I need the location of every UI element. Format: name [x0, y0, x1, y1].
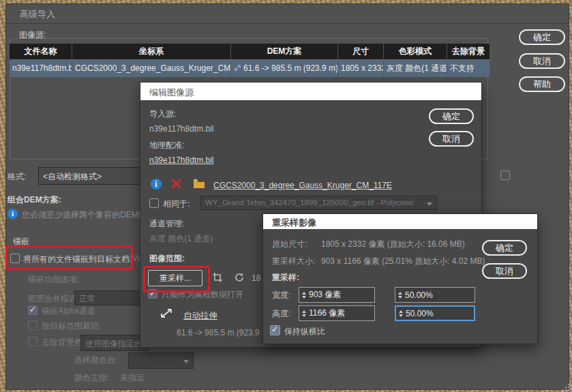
spinner-arrows-icon[interactable]	[299, 310, 309, 317]
edit-ok-button[interactable]: 确定	[429, 108, 474, 124]
resample-dialog-title: 重采样影像	[272, 217, 316, 229]
height-label: 高度:	[272, 308, 290, 320]
crop-icon[interactable]	[212, 272, 223, 283]
column-header-size[interactable]: 尺寸	[338, 44, 384, 59]
spinner-arrows-icon[interactable]	[395, 292, 405, 299]
georef-file-link[interactable]: n39e117h8dtm.bil	[149, 155, 214, 165]
same-as-label[interactable]: 相同于:	[163, 198, 190, 210]
height-percent-field[interactable]: 50.00%	[395, 305, 475, 321]
resampled-size-value: 903 x 1166 像素 (25.01% 原始大小: 4.02 MB)	[321, 256, 485, 267]
height-pixels-field[interactable]: 1166 像素	[299, 305, 375, 321]
ok-button[interactable]: 确定	[519, 29, 565, 45]
keep-aspect-label[interactable]: 保持纵横比	[284, 326, 325, 337]
import-source-value: n39e117h8dtm.bil	[149, 124, 214, 134]
dialog-title: 高级导入	[20, 8, 55, 20]
keep-aspect-checkbox[interactable]	[270, 325, 280, 335]
mosaic-options-label: 镶嵌功能选项:	[28, 274, 79, 286]
resize-grip[interactable]	[562, 389, 564, 391]
crop-to-target-checkbox	[28, 320, 37, 330]
import-source-label: 导入源:	[149, 108, 176, 120]
auto-stretch-link[interactable]: 自动拉伸	[183, 310, 217, 322]
table-row-cell-dem[interactable]: 61.6 -> 985.5 m (923.9 m)	[231, 59, 338, 77]
width-label: 宽度:	[272, 290, 290, 301]
width-percent-field[interactable]: 50.00%	[395, 287, 475, 303]
info-icon: i	[7, 209, 18, 219]
mosaic-alpha-checkbox	[28, 305, 37, 315]
channel-value: 灰度 颜色(1 通道)	[149, 233, 213, 245]
remove-bg-color-checkbox	[28, 337, 37, 346]
combine-dem-label: 组合DEM方案:	[7, 194, 61, 206]
same-as-dropdown: WY_Grand Teton_342470_1899_125000_geo.ti…	[200, 196, 437, 210]
remove-bg-color-label: 去除背景色:	[42, 337, 85, 348]
color-removed-value: 未指定	[120, 372, 145, 384]
mosaic-alpha-label: 镶嵌Alpha通道	[42, 305, 95, 317]
crs-info-icon[interactable]: i	[151, 179, 162, 190]
column-header-colormode[interactable]: 色彩模式	[384, 44, 447, 59]
help-button[interactable]: 帮助	[519, 76, 565, 92]
format-label: 格式:	[7, 171, 26, 183]
resample-image-dialog: 重采样影像 原始尺寸: 1805 x 2332 像素 (原始大小: 16.06 …	[262, 213, 538, 344]
blend-mode-label: 图层合并模式:	[28, 293, 79, 305]
color-removed-label: 颜色去除:	[74, 372, 109, 384]
resample-ok-button[interactable]: 确定	[482, 240, 527, 256]
channel-label: 通道管理:	[149, 218, 184, 230]
edit-dialog-title: 编辑图像源	[149, 87, 194, 99]
refresh-icon[interactable]	[234, 272, 245, 283]
delete-crs-icon[interactable]	[170, 178, 182, 190]
column-header-removebg[interactable]: 去除背景	[447, 44, 490, 59]
spinner-arrows-icon[interactable]	[299, 292, 309, 299]
annotation-mosaic-all-highlight	[5, 245, 133, 270]
extent-label: 图像范围:	[149, 253, 185, 265]
format-option-checkbox-2[interactable]	[500, 170, 510, 180]
table-row-cell-crs[interactable]: CGCS2000_3_degree_Gauss_Kruger_CM_117E	[72, 59, 231, 77]
spinner-arrows-icon[interactable]	[396, 310, 406, 317]
blend-mode-dropdown: 正常	[74, 290, 146, 305]
pick-color-dropdown	[128, 352, 194, 369]
column-header-dem[interactable]: DEM方案	[231, 44, 338, 59]
pick-color-label: 选择颜色自:	[74, 355, 117, 366]
table-row-cell-colormode[interactable]: 灰度 颜色(1 通道)	[384, 59, 447, 77]
auto-stretch-icon	[160, 307, 173, 319]
original-size-value: 1805 x 2332 像素 (原始大小: 16.06 MB)	[321, 239, 465, 250]
remove-bg-color-dropdown: 使用图像指定的颜	[80, 335, 149, 351]
resample-section-label: 重采样:	[272, 272, 299, 284]
column-header-filename[interactable]: 文件名称	[10, 44, 72, 59]
annotation-resample-button-highlight	[143, 266, 210, 292]
elevation-range-text: 61.6 -> 985.5 m (923.9 m	[177, 328, 264, 337]
resample-cancel-button[interactable]: 取消	[482, 263, 527, 279]
original-size-label: 原始尺寸:	[272, 239, 307, 250]
combine-dem-info-text: 您必须至少选择两个兼容的DEM图像	[22, 209, 155, 221]
table-row-cell-removebg[interactable]: 不支持	[447, 59, 490, 77]
table-row-cell-size[interactable]: 1805 x 2332	[338, 59, 384, 77]
crop-to-target-label: 按目标范围裁切	[42, 320, 99, 332]
extent-truncated-text: 18	[252, 273, 260, 283]
resampled-size-label: 重采样大小:	[272, 256, 315, 267]
edit-cancel-button[interactable]: 取消	[429, 131, 474, 147]
width-pixels-field[interactable]: 903 像素	[299, 287, 375, 303]
georef-label: 地理配准:	[149, 140, 184, 151]
cancel-button[interactable]: 取消	[519, 53, 565, 69]
chevron-down-icon	[427, 202, 432, 206]
stretch-arrow-icon	[234, 64, 241, 72]
chevron-down-icon	[183, 360, 189, 363]
table-row-cell-filename[interactable]: n39e117h8dtm.bil	[10, 59, 72, 77]
crs-link[interactable]: CGCS2000_3_degree_Gauss_Kruger_CM_117E	[213, 181, 392, 190]
same-as-checkbox[interactable]	[149, 198, 159, 208]
open-folder-icon[interactable]	[193, 179, 205, 189]
title-separator	[6, 23, 569, 24]
column-header-crs[interactable]: 坐标系	[72, 44, 231, 59]
